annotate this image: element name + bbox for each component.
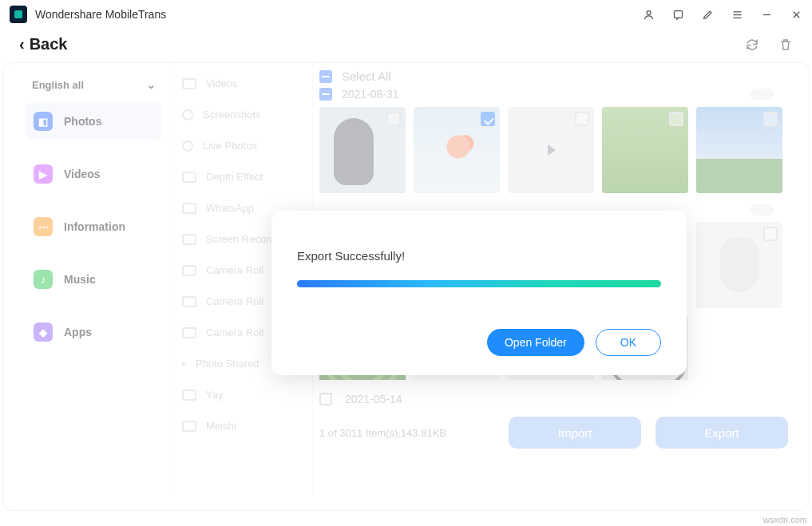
back-label: Back <box>30 35 68 53</box>
delete-icon[interactable] <box>778 38 793 52</box>
titlebar: Wondershare MobileTrans <box>0 0 812 29</box>
ok-button[interactable]: OK <box>596 329 661 356</box>
modal-buttons: Open Folder OK <box>297 329 661 356</box>
chevron-left-icon: ‹ <box>19 35 25 53</box>
menu-icon[interactable] <box>731 9 743 21</box>
ok-label: OK <box>620 336 636 349</box>
svg-rect-1 <box>675 10 683 18</box>
edit-icon[interactable] <box>702 9 714 21</box>
close-icon[interactable] <box>790 9 802 21</box>
app-logo <box>10 6 27 23</box>
back-row: ‹ Back <box>0 29 812 63</box>
open-folder-button[interactable]: Open Folder <box>487 329 584 356</box>
open-folder-label: Open Folder <box>505 336 567 349</box>
toolbar-icons <box>745 38 793 52</box>
feedback-icon[interactable] <box>672 9 684 21</box>
app-title: Wondershare MobileTrans <box>35 8 166 21</box>
minimize-icon[interactable] <box>761 9 773 21</box>
user-icon[interactable] <box>643 9 655 21</box>
export-success-modal: Export Successfully! Open Folder OK <box>271 211 687 375</box>
progress-bar <box>297 280 661 287</box>
svg-point-0 <box>647 10 651 14</box>
watermark: wsxdn.com <box>763 515 807 524</box>
modal-title: Export Successfully! <box>297 249 661 263</box>
titlebar-icons <box>643 9 802 21</box>
back-button[interactable]: ‹ Back <box>19 35 67 53</box>
refresh-icon[interactable] <box>745 38 759 52</box>
